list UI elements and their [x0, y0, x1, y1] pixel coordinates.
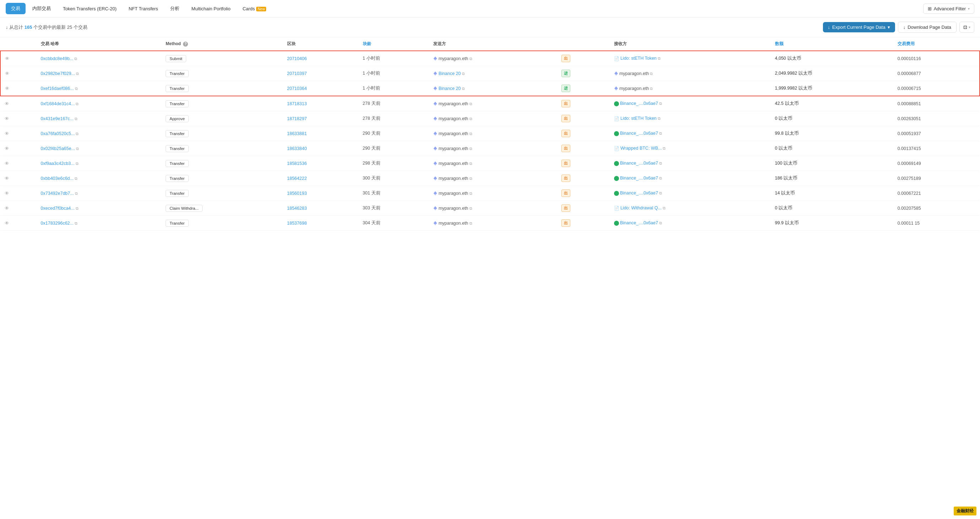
copy-icon[interactable]: ⧉ [469, 161, 472, 166]
method-badge[interactable]: Transfer [165, 70, 188, 77]
copy-icon[interactable]: ⧉ [469, 221, 472, 225]
method-badge[interactable]: Transfer [165, 160, 188, 167]
tx-hash-link[interactable]: 0x2982be7f029... [41, 71, 75, 76]
receiver-label[interactable]: Binance_....0x6ae7 [620, 191, 658, 196]
tx-hash-link[interactable]: 0xcbbdc8e49b... [41, 56, 73, 61]
eye-icon[interactable]: 👁 [5, 161, 9, 166]
block-link[interactable]: 20710406 [287, 56, 307, 61]
copy-icon[interactable]: ⧉ [469, 57, 472, 61]
copy-icon[interactable]: ⧉ [659, 131, 662, 135]
receiver-label[interactable]: Wrapped BTC: WB... [620, 146, 662, 151]
export-button[interactable]: ↓ Export Current Page Data ▾ [823, 22, 895, 32]
copy-icon[interactable]: ⧉ [76, 72, 79, 76]
method-badge[interactable]: Transfer [165, 145, 188, 152]
receiver-label[interactable]: Binance_....0x6ae7 [620, 220, 658, 225]
copy-icon[interactable]: ⧉ [469, 102, 472, 106]
block-link[interactable]: 18537698 [287, 221, 307, 226]
tx-hash-link[interactable]: 0xef16daef086... [41, 86, 74, 91]
block-link[interactable]: 18633840 [287, 146, 307, 151]
eye-icon[interactable]: 👁 [5, 206, 9, 211]
copy-icon[interactable]: ⧉ [650, 72, 653, 76]
copy-icon[interactable]: ⧉ [650, 86, 653, 91]
eye-icon[interactable]: 👁 [5, 116, 9, 121]
tx-hash-link[interactable]: 0xf9aa3c42cb3... [41, 161, 75, 166]
eye-icon[interactable]: 👁 [5, 101, 9, 106]
block-link[interactable]: 18581536 [287, 161, 307, 166]
copy-icon[interactable]: ⧉ [75, 116, 78, 121]
receiver-label[interactable]: Lido: Withdrawal Q... [620, 205, 662, 210]
eye-icon[interactable]: 👁 [5, 176, 9, 181]
block-link[interactable]: 20710397 [287, 71, 307, 76]
block-link[interactable]: 18633881 [287, 131, 307, 136]
sender-label[interactable]: Binance 20 [439, 71, 461, 76]
receiver-label[interactable]: Binance_....0x6ae7 [620, 131, 658, 136]
nav-tab-分析[interactable]: 分析 [165, 3, 185, 14]
copy-icon[interactable]: ⧉ [75, 221, 78, 225]
copy-icon[interactable]: ⧉ [469, 191, 472, 196]
eye-icon[interactable]: 👁 [5, 56, 10, 61]
eye-icon[interactable]: 👁 [5, 191, 9, 196]
copy-icon[interactable]: ⧉ [75, 191, 78, 196]
block-link[interactable]: 18564222 [287, 176, 307, 181]
copy-icon[interactable]: ⧉ [469, 176, 472, 181]
tx-hash-link[interactable]: 0x1783296c62... [41, 221, 73, 226]
method-help-icon[interactable]: ? [183, 41, 188, 46]
copy-icon[interactable]: ⧉ [469, 116, 472, 121]
nav-tab-Multichain Portfolio[interactable]: Multichain Portfolio [186, 3, 236, 14]
method-badge[interactable]: Transfer [165, 85, 188, 92]
copy-icon[interactable]: ⧉ [659, 191, 662, 195]
copy-icon[interactable]: ⧉ [658, 56, 660, 60]
copy-icon[interactable]: ⧉ [76, 102, 78, 106]
block-link[interactable]: 18718313 [287, 101, 307, 106]
copy-icon[interactable]: ⧉ [76, 146, 79, 151]
tx-hash-link[interactable]: 0xeced7f0bca4... [41, 206, 75, 211]
tx-hash-link[interactable]: 0x02f4b25a65e... [41, 146, 75, 151]
download-button[interactable]: ↓ Download Page Data [898, 22, 956, 33]
copy-icon[interactable]: ⧉ [469, 146, 472, 151]
copy-icon[interactable]: ⧉ [75, 86, 78, 91]
copy-icon[interactable]: ⧉ [74, 57, 77, 61]
block-link[interactable]: 18560193 [287, 191, 307, 196]
eye-icon[interactable]: 👁 [5, 146, 9, 151]
nav-tab-交易[interactable]: 交易 [6, 3, 25, 14]
copy-icon[interactable]: ⧉ [469, 132, 472, 136]
eye-icon[interactable]: 👁 [5, 221, 9, 226]
method-badge[interactable]: Transfer [165, 130, 188, 137]
eye-icon[interactable]: 👁 [5, 86, 10, 91]
eye-icon[interactable]: 👁 [5, 131, 9, 136]
nav-tab-内部交易[interactable]: 内部交易 [27, 3, 56, 14]
tx-hash-link[interactable]: 0x431e9e167c... [41, 116, 73, 121]
receiver-label[interactable]: Binance_....0x6ae7 [620, 161, 658, 166]
copy-icon[interactable]: ⧉ [76, 132, 78, 136]
tx-hash-link[interactable]: 0x73492e7db7... [41, 191, 74, 196]
method-badge[interactable]: Transfer [165, 100, 188, 107]
copy-icon[interactable]: ⧉ [75, 176, 78, 181]
nav-tab-Token Transfers (ERC-20)[interactable]: Token Transfers (ERC-20) [57, 3, 122, 14]
copy-icon[interactable]: ⧉ [659, 221, 662, 225]
method-badge[interactable]: Transfer [165, 175, 188, 182]
receiver-label[interactable]: Lido: stETH Token [620, 116, 657, 121]
copy-icon[interactable]: ⧉ [659, 101, 662, 105]
block-link[interactable]: 18546283 [287, 206, 307, 211]
receiver-label[interactable]: Binance_....0x6ae7 [620, 101, 658, 106]
method-badge[interactable]: Transfer [165, 220, 188, 227]
method-badge[interactable]: Transfer [165, 190, 188, 197]
copy-icon[interactable]: ⧉ [462, 72, 465, 76]
block-link[interactable]: 20710364 [287, 86, 307, 91]
copy-icon[interactable]: ⧉ [76, 206, 78, 210]
receiver-label[interactable]: Binance_....0x6ae7 [620, 176, 658, 181]
block-link[interactable]: 18718297 [287, 116, 307, 121]
advanced-filter-button[interactable]: ⊞ Advanced Filter ▾ [923, 3, 974, 14]
nav-tab-Cards[interactable]: CardsNew [237, 3, 272, 14]
tx-hash-link[interactable]: 0xf1684de31c4... [41, 101, 75, 106]
copy-icon[interactable]: ⧉ [469, 206, 472, 210]
method-badge[interactable]: Submit [165, 55, 186, 62]
copy-icon[interactable]: ⧉ [663, 146, 665, 150]
copy-icon[interactable]: ⧉ [663, 206, 665, 210]
copy-icon[interactable]: ⧉ [659, 161, 662, 165]
tx-hash-link[interactable]: 0xbb403e6c6d... [41, 176, 73, 181]
nav-tab-NFT Transfers[interactable]: NFT Transfers [123, 3, 164, 14]
copy-icon[interactable]: ⧉ [658, 116, 660, 121]
receiver-label[interactable]: Lido: stETH Token [620, 56, 657, 61]
copy-icon[interactable]: ⧉ [659, 176, 662, 180]
